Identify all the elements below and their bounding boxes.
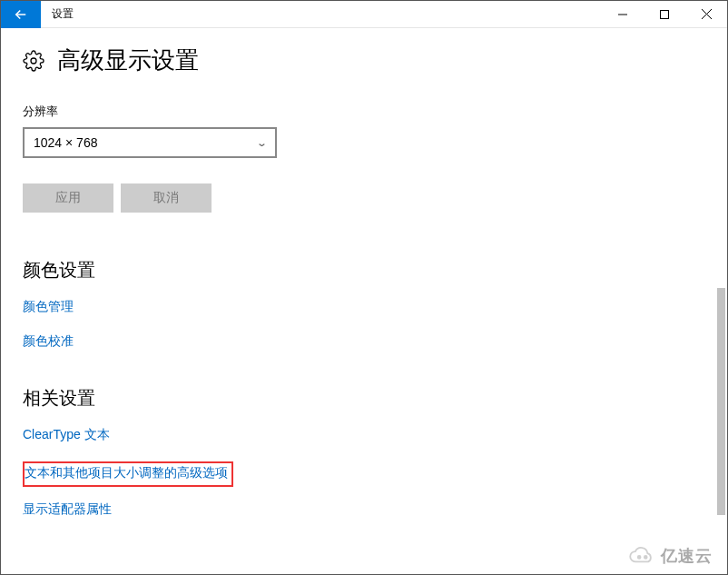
cancel-button: 取消 [121,183,212,213]
watermark-text: 亿速云 [661,545,713,567]
svg-point-5 [638,556,641,559]
close-button[interactable] [685,1,727,28]
page-header: 高级显示设置 [23,45,705,76]
arrow-left-icon [13,6,29,23]
close-icon [702,9,712,19]
color-calibration-link[interactable]: 颜色校准 [23,333,705,350]
back-button[interactable] [1,1,41,28]
svg-point-4 [31,58,36,64]
scrollbar-thumb[interactable] [717,288,725,515]
resolution-label: 分辨率 [23,104,705,120]
watermark: 亿速云 [626,545,713,567]
related-settings-title: 相关设置 [23,386,705,411]
adapter-properties-link[interactable]: 显示适配器属性 [23,501,705,518]
advanced-sizing-link[interactable]: 文本和其他项目大小调整的高级选项 [21,463,231,485]
app-title: 设置 [52,6,74,22]
color-management-link[interactable]: 颜色管理 [23,299,705,315]
titlebar: 设置 [1,1,727,28]
cleartype-link[interactable]: ClearType 文本 [23,427,705,443]
chevron-down-icon: ⌄ [256,137,268,149]
maximize-icon [660,10,669,19]
highlight-annotation: 文本和其他项目大小调整的高级选项 [23,461,233,487]
resolution-value: 1024 × 768 [34,135,97,150]
svg-point-6 [644,556,647,559]
svg-rect-1 [661,10,669,18]
button-row: 应用 取消 [23,183,705,213]
maximize-button[interactable] [644,1,685,28]
page-title: 高级显示设置 [57,45,199,76]
color-settings-title: 颜色设置 [23,258,705,283]
window-controls [602,1,727,28]
minimize-icon [618,10,627,19]
apply-button: 应用 [23,183,113,213]
minimize-button[interactable] [602,1,644,28]
scrollbar-track[interactable] [711,101,725,569]
cloud-icon [626,546,657,566]
content-area: 高级显示设置 分辨率 1024 × 768 ⌄ 应用 取消 颜色设置 颜色管理 … [1,28,727,574]
resolution-select[interactable]: 1024 × 768 ⌄ [23,127,277,158]
gear-icon [23,50,44,72]
